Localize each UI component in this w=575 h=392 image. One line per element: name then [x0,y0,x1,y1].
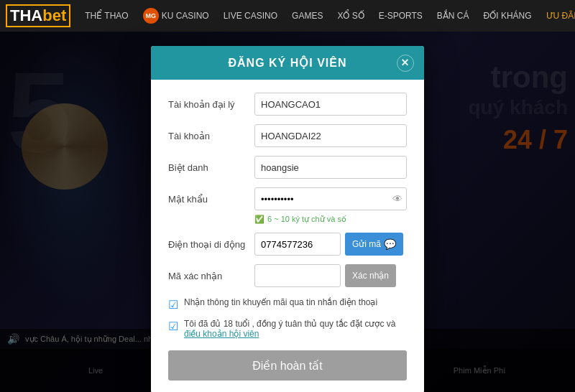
submit-label: Điền hoàn tất [252,360,322,372]
nav-item-games[interactable]: GAMES [285,0,330,32]
eye-icon[interactable]: 👁 [392,193,402,205]
ku-badge: MG [143,8,159,24]
modal-body: Tài khoản đại lý Tài khoản Biệt danh Mật… [151,80,424,392]
sms-checkbox-label: Nhận thông tin khuyến mãi qua tin nhắn đ… [184,297,377,307]
nav-item-e-sports[interactable]: E-SPORTS [372,0,430,32]
sms-checkbox-icon[interactable]: ☑ [168,298,178,312]
modal-overlay: ĐĂNG KÝ HỘI VIÊN × Tài khoản đại lý Tài … [0,32,575,392]
logo-bet: bet [42,6,66,24]
terms-checkbox-row: ☑ Tôi đã đủ 18 tuổi , đồng ý tuân thủ qu… [168,319,407,339]
phone-row: Điện thoại di động Gửi mã 💬 [168,233,407,256]
terms-checkbox-icon[interactable]: ☑ [168,319,178,333]
password-input-wrapper: 👁 [254,187,407,210]
agent-account-row: Tài khoản đại lý [168,93,407,116]
password-input[interactable] [254,187,407,210]
modal-close-button[interactable]: × [397,55,414,72]
password-hint: ✅ 6 ~ 10 ký tự chữ và số [254,215,407,224]
verify-label: Mã xác nhận [168,271,254,281]
nav-item-xo-so[interactable]: XỔ SỐ [330,0,371,32]
send-code-label: Gửi mã [352,239,381,249]
account-input[interactable] [254,124,407,147]
message-icon: 💬 [384,238,396,250]
submit-button[interactable]: Điền hoàn tất [168,350,407,381]
verify-input[interactable] [254,264,341,287]
nav-item-uu-dai[interactable]: ƯU ĐÃI [539,0,575,32]
modal-header: ĐĂNG KÝ HỘI VIÊN × [151,46,424,80]
verify-row: Mã xác nhận Xác nhận [168,264,407,287]
modal-title: ĐĂNG KÝ HỘI VIÊN [228,57,346,69]
logo[interactable]: THAbet [0,4,78,27]
header: THAbet THỂ THAO MG KU CASINO LIVE CASINO… [0,0,575,32]
phone-input[interactable] [254,233,341,256]
nav-bar: THỂ THAO MG KU CASINO LIVE CASINO GAMES … [78,0,575,32]
password-label: Mật khẩu [168,194,254,205]
nav-item-doi-khang[interactable]: ĐỐI KHÁNG [477,0,539,32]
phone-label: Điện thoại di động [168,239,254,250]
nav-item-the-thao[interactable]: THỂ THAO [78,0,135,32]
terms-link[interactable]: điều khoản hội viên [184,329,259,339]
nav-item-live-casino[interactable]: LIVE CASINO [216,0,285,32]
registration-modal: ĐĂNG KÝ HỘI VIÊN × Tài khoản đại lý Tài … [151,46,424,392]
agent-account-input[interactable] [254,93,407,116]
sms-checkbox-row: ☑ Nhận thông tin khuyến mãi qua tin nhắn… [168,297,407,312]
page-background: THAbet THỂ THAO MG KU CASINO LIVE CASINO… [0,0,575,392]
verify-btn-label: Xác nhận [352,271,389,281]
send-code-button[interactable]: Gửi mã 💬 [345,233,403,256]
hint-check-icon: ✅ [254,215,264,224]
agent-account-label: Tài khoản đại lý [168,99,254,110]
nickname-input[interactable] [254,156,407,179]
logo-tha: THA [10,6,42,24]
verify-button[interactable]: Xác nhận [345,264,396,287]
nav-item-ku-casino[interactable]: MG KU CASINO [136,0,216,32]
account-label: Tài khoản [168,131,254,141]
account-row: Tài khoản [168,124,407,147]
password-row: Mật khẩu 👁 [168,187,407,210]
terms-checkbox-label: Tôi đã đủ 18 tuổi , đồng ý tuân thủ quy … [184,319,407,339]
nickname-label: Biệt danh [168,162,254,173]
nav-item-ban-ca[interactable]: BẮN CÁ [430,0,477,32]
nickname-row: Biệt danh [168,156,407,179]
password-hint-text: 6 ~ 10 ký tự chữ và số [267,215,346,224]
